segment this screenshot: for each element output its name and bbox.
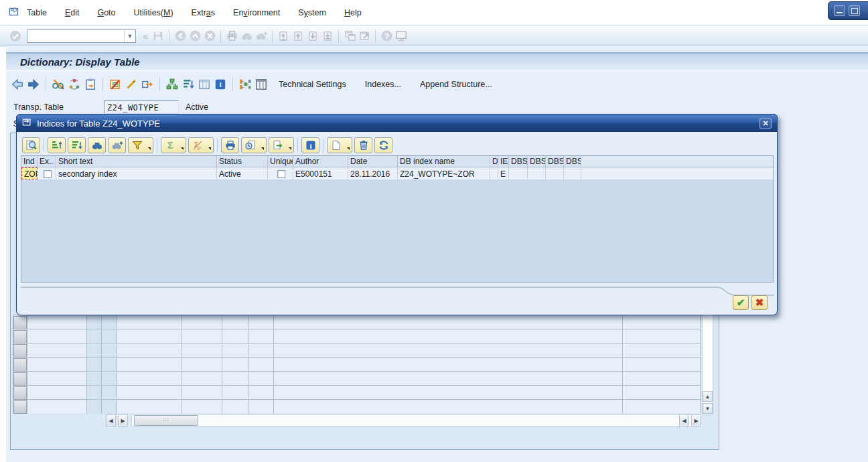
horizontal-scrollbar[interactable]: ◀ ▶ ∶∶∶ ◀ ▶ — [13, 414, 702, 427]
row-selector[interactable] — [13, 344, 27, 358]
sum-icon[interactable]: Σ — [161, 137, 186, 153]
header-cell-unique[interactable]: Unique — [268, 156, 293, 167]
nav-back-icon[interactable] — [9, 76, 25, 92]
scroll-right-icon[interactable]: ▶ — [691, 414, 701, 427]
row-selector[interactable] — [13, 386, 27, 400]
row-selector[interactable] — [13, 372, 27, 386]
cell-author[interactable]: E5000151 — [293, 167, 348, 179]
scroll-down-icon[interactable]: ▼ — [703, 403, 713, 414]
display-change-icon[interactable] — [50, 76, 66, 92]
cell-dbs[interactable] — [546, 167, 564, 179]
shortcut-icon[interactable] — [357, 29, 372, 44]
scroll-right-icon[interactable]: ▶ — [118, 414, 128, 427]
cell-d[interactable] — [490, 167, 498, 179]
header-cell-ex-[interactable]: Ex.. — [38, 156, 56, 167]
export-icon[interactable] — [269, 137, 294, 153]
table-grid-icon[interactable] — [253, 76, 269, 92]
cell-dbs[interactable] — [509, 167, 528, 179]
menu-item-table[interactable]: Table — [27, 8, 47, 17]
menu-item-goto[interactable]: Goto — [97, 8, 115, 17]
save-icon[interactable] — [151, 29, 165, 44]
table-contents-icon[interactable] — [196, 76, 212, 92]
scroll-left-icon[interactable]: ◀ — [106, 414, 116, 427]
close-icon[interactable]: ✕ — [760, 118, 772, 129]
new-session-icon[interactable] — [342, 29, 357, 44]
header-cell-short-text[interactable]: Short text — [56, 156, 217, 167]
menu-item-environment[interactable]: Environment — [233, 8, 280, 17]
maximize-icon[interactable] — [849, 5, 860, 16]
subtotal-icon[interactable]: Σ — [188, 137, 214, 153]
header-cell-db-index-name[interactable]: DB index name — [398, 156, 490, 167]
cell-status[interactable]: Active — [217, 167, 268, 179]
nav-forward-icon[interactable] — [25, 76, 42, 92]
row-selector[interactable] — [13, 358, 27, 372]
find-icon[interactable] — [239, 29, 254, 44]
collapse-chevron-icon[interactable]: « — [143, 30, 148, 42]
detail-icon[interactable] — [22, 137, 40, 153]
cancel-icon[interactable]: ✖ — [751, 295, 768, 310]
print-icon[interactable] — [224, 29, 239, 44]
cell-date[interactable]: 28.11.2016 — [348, 167, 398, 179]
next-page-icon[interactable] — [305, 29, 320, 44]
exit-icon[interactable] — [188, 29, 202, 44]
copy-icon[interactable] — [82, 76, 98, 92]
refresh-list-icon[interactable] — [374, 137, 392, 153]
minimize-icon[interactable] — [834, 5, 845, 16]
header-cell-d[interactable]: D — [490, 156, 498, 167]
table-name-input[interactable] — [104, 100, 179, 114]
row-selector[interactable] — [13, 400, 27, 414]
cell-ex-[interactable] — [38, 167, 56, 179]
technical-settings-button[interactable]: Technical Settings — [279, 80, 346, 89]
header-cell-date[interactable]: Date — [348, 156, 398, 167]
create-icon[interactable] — [327, 137, 352, 153]
find-next-icon[interactable] — [108, 137, 126, 153]
print-icon[interactable] — [221, 137, 239, 153]
header-cell-dbs[interactable]: DBS — [564, 156, 581, 167]
hierarchy-icon[interactable] — [164, 76, 180, 92]
customize-icon[interactable] — [394, 29, 409, 44]
header-cell-author[interactable]: Author — [293, 156, 348, 167]
indexes-button[interactable]: Indexes... — [365, 80, 401, 89]
views-icon[interactable] — [241, 137, 267, 153]
header-cell-ind[interactable]: Ind — [21, 156, 38, 167]
hscroll-track[interactable] — [131, 414, 692, 427]
scroll-left-icon[interactable]: ◀ — [679, 414, 689, 427]
where-used-icon[interactable] — [139, 76, 155, 92]
command-dropdown-icon[interactable]: ▼ — [124, 30, 135, 42]
header-cell-dbs[interactable]: DBS — [528, 156, 546, 167]
last-page-icon[interactable] — [320, 29, 335, 44]
back-icon[interactable] — [173, 29, 188, 44]
prev-page-icon[interactable] — [291, 29, 305, 44]
runtime-object-icon[interactable] — [237, 76, 253, 92]
vertical-scrollbar[interactable]: ▲ ▼ — [702, 315, 713, 414]
info-icon[interactable]: i — [301, 137, 319, 153]
scroll-up-icon[interactable]: ▲ — [703, 391, 713, 402]
sort-desc-icon[interactable] — [68, 137, 86, 153]
sort-asc-icon[interactable] — [48, 137, 66, 153]
menu-item-help[interactable]: Help — [344, 8, 362, 17]
command-input[interactable] — [31, 31, 124, 42]
menu-item-edit[interactable]: Edit — [65, 8, 80, 17]
menu-item-system[interactable]: System — [298, 8, 326, 17]
help-icon[interactable]: ? — [379, 29, 394, 44]
enter-icon[interactable] — [8, 29, 23, 44]
checkbox-ex[interactable] — [44, 170, 52, 178]
filter-icon[interactable] — [128, 137, 153, 153]
cell-unique[interactable] — [268, 167, 293, 179]
activate-icon[interactable] — [123, 76, 139, 92]
find-next-icon[interactable] — [254, 29, 269, 44]
header-cell-status[interactable]: Status — [217, 156, 268, 167]
first-page-icon[interactable] — [276, 29, 291, 44]
cell-short-text[interactable]: secondary index — [56, 167, 217, 179]
header-cell-dbs[interactable]: DBS — [546, 156, 564, 167]
refresh-icon[interactable] — [66, 76, 82, 92]
row-selector[interactable] — [13, 330, 27, 343]
hscroll-thumb[interactable]: ∶∶∶ — [134, 415, 198, 426]
header-cell-dbs[interactable]: DBS — [509, 156, 528, 167]
cell-db-index-name[interactable]: Z24_WOTYPE~ZOR — [398, 167, 490, 179]
find-icon[interactable] — [88, 137, 106, 153]
cell-ie[interactable]: E — [498, 167, 509, 179]
ok-icon[interactable]: ✔ — [733, 295, 749, 310]
cell-ind[interactable]: ZOR — [21, 167, 38, 179]
cancel-icon[interactable] — [202, 29, 217, 44]
